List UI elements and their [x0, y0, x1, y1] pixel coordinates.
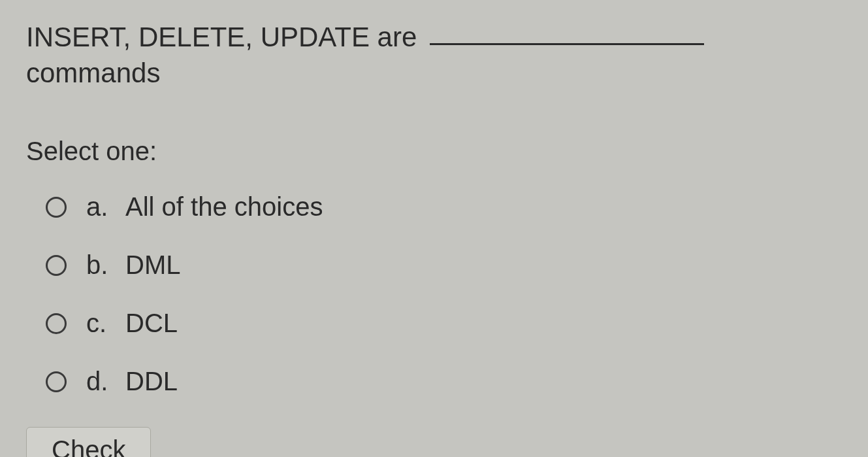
option-label: DDL: [125, 367, 842, 396]
question-after: commands: [26, 58, 160, 88]
option-label: DML: [125, 250, 842, 280]
radio-icon: [46, 313, 67, 334]
option-letter: a.: [86, 192, 125, 222]
option-letter: d.: [86, 367, 125, 396]
radio-icon: [46, 197, 67, 218]
option-label: DCL: [125, 309, 842, 338]
option-b[interactable]: b. DML: [46, 250, 842, 280]
question-before: INSERT, DELETE, UPDATE are: [26, 22, 425, 52]
check-button[interactable]: Check: [26, 427, 151, 457]
option-c[interactable]: c. DCL: [46, 309, 842, 338]
option-letter: c.: [86, 309, 125, 338]
option-a[interactable]: a. All of the choices: [46, 192, 842, 222]
blank-line: [430, 43, 704, 45]
options-group: a. All of the choices b. DML c. DCL d. D…: [26, 192, 842, 396]
option-letter: b.: [86, 250, 125, 280]
option-d[interactable]: d. DDL: [46, 367, 842, 396]
question-text: INSERT, DELETE, UPDATE are commands: [26, 20, 842, 91]
option-label: All of the choices: [125, 192, 842, 222]
select-prompt: Select one:: [26, 137, 842, 166]
radio-icon: [46, 255, 67, 276]
radio-icon: [46, 371, 67, 392]
